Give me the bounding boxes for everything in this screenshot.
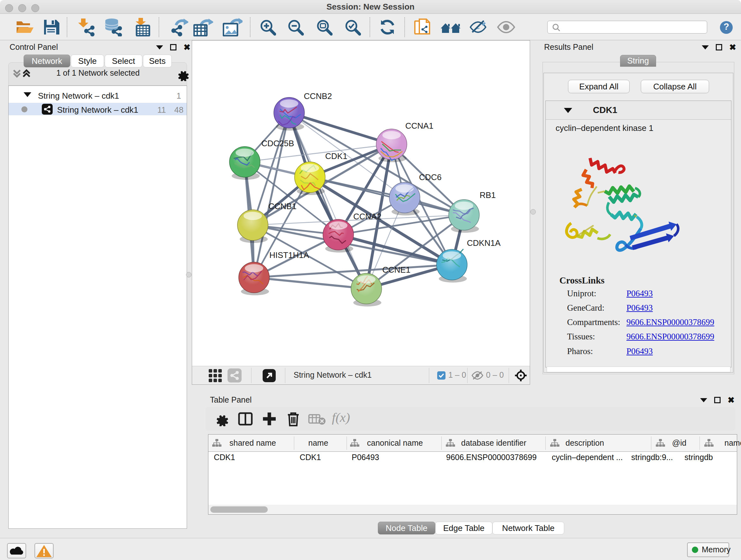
- svg-text:RB1: RB1: [480, 190, 496, 200]
- svg-text:CCNB1: CCNB1: [268, 201, 296, 211]
- svg-text:CCNB2: CCNB2: [304, 91, 332, 101]
- svg-text:CDK1: CDK1: [325, 151, 347, 161]
- svg-text:CCNA2: CCNA2: [353, 212, 381, 221]
- svg-text:CDC25B: CDC25B: [261, 138, 294, 148]
- svg-text:CCNE1: CCNE1: [382, 265, 410, 274]
- svg-text:HIST1H1A: HIST1H1A: [269, 250, 309, 260]
- svg-text:CDC6: CDC6: [419, 172, 442, 182]
- svg-text:CDKN1A: CDKN1A: [467, 238, 501, 248]
- svg-text:CCNA1: CCNA1: [405, 121, 433, 131]
